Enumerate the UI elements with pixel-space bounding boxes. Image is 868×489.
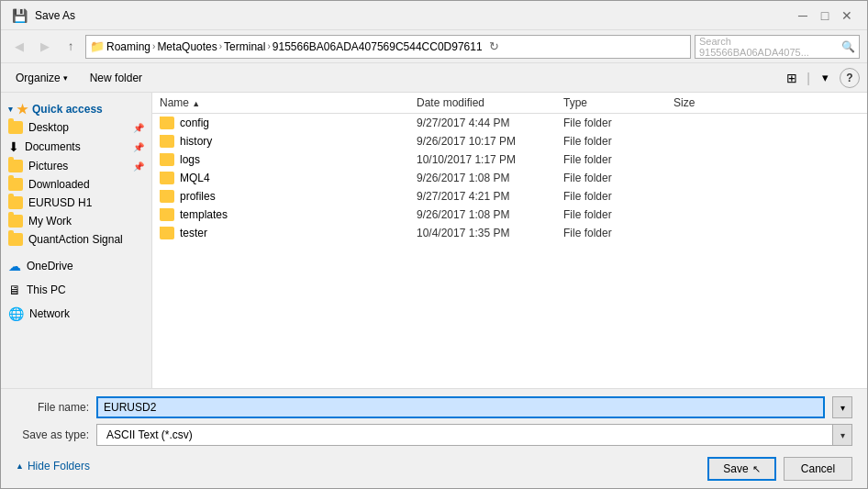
table-row[interactable]: profiles 9/27/2017 4:21 PM File folder bbox=[152, 187, 867, 206]
file-name: config bbox=[180, 117, 209, 129]
col-size-header[interactable]: Size bbox=[673, 96, 747, 109]
save-button[interactable]: Save ↖ bbox=[707, 457, 776, 481]
filetype-select-wrapper: ASCII Text (*.csv) ▾ bbox=[96, 424, 852, 446]
sidebar-item-network[interactable]: 🌐 Network bbox=[1, 304, 151, 324]
toolbar2-right: ⊞ | ▾ ? bbox=[781, 67, 860, 89]
sidebar-item-onedrive[interactable]: ☁ OneDrive bbox=[1, 256, 151, 276]
filetype-label: Save as type: bbox=[16, 428, 89, 441]
sidebar-pictures-label: Pictures bbox=[28, 160, 68, 172]
table-row[interactable]: history 9/26/2017 10:17 PM File folder bbox=[152, 132, 867, 150]
save-label: Save bbox=[723, 462, 748, 475]
sidebar-item-eurusd[interactable]: EURUSD H1 bbox=[1, 194, 151, 212]
maximize-button[interactable]: □ bbox=[816, 6, 834, 25]
back-icon: ◀ bbox=[15, 39, 24, 53]
file-name-cell: history bbox=[160, 135, 417, 148]
filetype-row: Save as type: ASCII Text (*.csv) ▾ bbox=[16, 424, 852, 446]
table-row[interactable]: templates 9/26/2017 1:08 PM File folder bbox=[152, 206, 867, 224]
table-row[interactable]: logs 10/10/2017 1:17 PM File folder bbox=[152, 150, 867, 169]
folder-icon-sm: 📁 bbox=[90, 39, 105, 53]
file-type: File folder bbox=[563, 153, 673, 166]
pin-icon: 📌 bbox=[133, 123, 144, 133]
documents-folder-icon: ⬇ bbox=[8, 139, 19, 154]
sidebar-item-desktop[interactable]: Desktop 📌 bbox=[1, 118, 151, 137]
file-type: File folder bbox=[563, 172, 673, 184]
sidebar-item-documents[interactable]: ⬇ Documents 📌 bbox=[1, 137, 151, 157]
pictures-folder-icon bbox=[8, 160, 23, 172]
table-row[interactable]: tester 10/4/2017 1:35 PM File folder bbox=[152, 224, 867, 242]
file-name: history bbox=[180, 135, 212, 148]
mywork-folder-icon bbox=[8, 215, 23, 228]
sep3: › bbox=[267, 41, 270, 51]
sidebar-item-mywork[interactable]: My Work bbox=[1, 212, 151, 230]
close-button[interactable]: ✕ bbox=[838, 6, 856, 25]
file-name-cell: config bbox=[160, 117, 417, 129]
col-date-header[interactable]: Date modified bbox=[417, 96, 563, 109]
file-name-cell: templates bbox=[160, 208, 417, 221]
sidebar-quick-access[interactable]: ▾ ★ Quick access bbox=[1, 96, 151, 118]
col-name-header[interactable]: Name ▲ bbox=[160, 96, 417, 109]
file-list-header: Name ▲ Date modified Type Size bbox=[152, 93, 867, 114]
sidebar-item-thispc[interactable]: 🖥 This PC bbox=[1, 280, 151, 300]
action-toolbar: Organize ▾ New folder ⊞ | ▾ ? bbox=[1, 63, 867, 93]
folder-icon bbox=[160, 135, 174, 148]
sidebar-item-quantaction[interactable]: QuantAction Signal bbox=[1, 230, 151, 249]
folder-icon bbox=[160, 153, 174, 166]
sidebar-network-label: Network bbox=[29, 307, 70, 320]
window-icon: 💾 bbox=[12, 8, 28, 23]
new-folder-button[interactable]: New folder bbox=[83, 70, 150, 86]
refresh-button[interactable]: ↻ bbox=[484, 36, 505, 58]
folder-icon bbox=[160, 117, 174, 129]
name-header-label: Name bbox=[160, 96, 189, 109]
size-header-label: Size bbox=[673, 96, 695, 109]
hide-folders[interactable]: ▲ Hide Folders bbox=[16, 456, 90, 476]
folder-icon bbox=[160, 190, 174, 203]
crumb-metaquotes[interactable]: MetaQuotes bbox=[157, 40, 217, 53]
col-type-header[interactable]: Type bbox=[563, 96, 673, 109]
sidebar-onedrive-label: OneDrive bbox=[27, 260, 73, 272]
chevron-down-icon: ▾ bbox=[8, 105, 13, 114]
filetype-select[interactable]: ASCII Text (*.csv) bbox=[96, 424, 852, 446]
pin-icon3: 📌 bbox=[133, 161, 144, 172]
back-button[interactable]: ◀ bbox=[8, 36, 30, 58]
help-button[interactable]: ? bbox=[840, 68, 860, 88]
thispc-icon: 🖥 bbox=[8, 283, 21, 297]
crumb-roaming[interactable]: Roaming bbox=[106, 40, 150, 53]
organize-button[interactable]: Organize ▾ bbox=[8, 70, 75, 86]
sidebar-desktop-label: Desktop bbox=[28, 121, 69, 134]
sidebar-item-downloaded[interactable]: Downloaded bbox=[1, 175, 151, 194]
sidebar-item-pictures[interactable]: Pictures 📌 bbox=[1, 157, 151, 175]
quantaction-folder-icon bbox=[8, 233, 23, 246]
network-icon: 🌐 bbox=[8, 306, 24, 321]
file-name-cell: logs bbox=[160, 153, 417, 166]
filename-input[interactable] bbox=[96, 396, 825, 418]
minimize-button[interactable]: ─ bbox=[794, 6, 812, 25]
downloaded-folder-icon bbox=[8, 178, 23, 191]
breadcrumb: Roaming › MetaQuotes › Terminal › 915566… bbox=[106, 40, 483, 53]
search-icon: 🔍 bbox=[841, 40, 855, 53]
file-date: 10/4/2017 1:35 PM bbox=[417, 227, 563, 239]
cursor-icon: ↖ bbox=[752, 463, 761, 475]
sidebar-documents-label: Documents bbox=[25, 140, 81, 153]
up-button[interactable]: ↑ bbox=[60, 36, 82, 58]
quick-access-label: Quick access bbox=[32, 103, 103, 116]
pin-icon2: 📌 bbox=[133, 142, 144, 152]
file-type: File folder bbox=[563, 135, 673, 148]
new-folder-label: New folder bbox=[90, 72, 142, 84]
cancel-button[interactable]: Cancel bbox=[784, 457, 852, 481]
file-rows-container: config 9/27/2017 4:44 PM File folder his… bbox=[152, 114, 867, 242]
crumb-terminal[interactable]: Terminal bbox=[224, 40, 265, 53]
file-type: File folder bbox=[563, 208, 673, 221]
table-row[interactable]: config 9/27/2017 4:44 PM File folder bbox=[152, 114, 867, 132]
main-content: ▾ ★ Quick access Desktop 📌 ⬇ Documents 📌… bbox=[1, 93, 867, 388]
sidebar-eurusd-label: EURUSD H1 bbox=[28, 196, 92, 209]
file-name: tester bbox=[180, 227, 207, 239]
search-box[interactable]: Search 915566BA06ADA4075... 🔍 bbox=[695, 35, 860, 59]
sidebar-mywork-label: My Work bbox=[28, 215, 72, 228]
table-row[interactable]: MQL4 9/26/2017 1:08 PM File folder bbox=[152, 169, 867, 187]
view-dropdown-button[interactable]: ▾ bbox=[814, 67, 836, 89]
view-button[interactable]: ⊞ bbox=[781, 67, 803, 89]
crumb-id[interactable]: 915566BA06ADA407569C544CC0D97611 bbox=[273, 40, 483, 53]
address-bar[interactable]: 📁 Roaming › MetaQuotes › Terminal › 9155… bbox=[85, 35, 691, 59]
forward-button[interactable]: ▶ bbox=[34, 36, 56, 58]
filename-row: File name: ▾ bbox=[16, 396, 852, 418]
